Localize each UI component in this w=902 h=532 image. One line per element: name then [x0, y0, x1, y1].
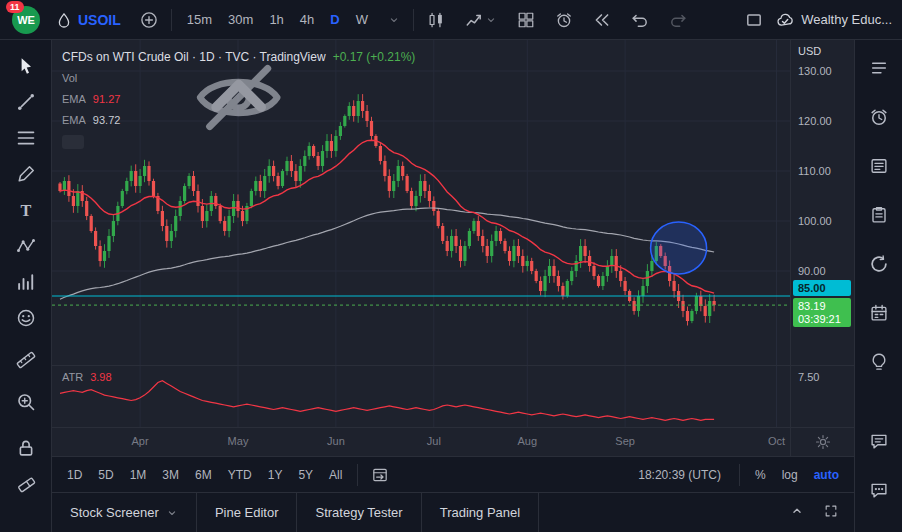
watchlist-button[interactable] [859, 52, 899, 84]
range-all[interactable]: All [322, 465, 349, 485]
measure-tool[interactable] [8, 346, 44, 374]
rewind-icon [593, 11, 611, 29]
atr-pane[interactable]: ATR 3.98 [52, 365, 790, 427]
lock-drawings-tool[interactable] [8, 434, 44, 462]
axis-settings-button[interactable] [790, 427, 854, 456]
atr-scale[interactable]: 7.50 [790, 365, 854, 427]
donut-icon [869, 254, 889, 274]
range-buttons: 1D5D1M3M6MYTD1Y5YAll [60, 465, 349, 485]
trend-line-tool[interactable] [8, 88, 44, 116]
right-sidebar [854, 40, 902, 532]
percent-scale-button[interactable]: % [748, 465, 773, 485]
line-price: 85.00 [798, 282, 826, 294]
currency-label[interactable]: USD [798, 45, 821, 57]
tab-trading-panel[interactable]: Trading Panel [422, 493, 539, 532]
chart-legend: CFDs on WTI Crude Oil · 1D · TVC · Tradi… [62, 46, 415, 149]
news-icon [869, 156, 889, 176]
indicators-button[interactable] [460, 7, 502, 33]
remove-drawings-tool[interactable] [8, 470, 44, 498]
emoji-tool[interactable] [8, 304, 44, 332]
price-pane[interactable]: CFDs on WTI Crude Oil · 1D · TVC · Tradi… [52, 40, 790, 365]
cursor-tool[interactable] [8, 52, 44, 80]
news-button[interactable] [859, 150, 899, 182]
timeframe-d[interactable]: D [323, 8, 346, 31]
panel-expand-button[interactable] [820, 500, 842, 525]
tab-strategy-tester[interactable]: Strategy Tester [297, 493, 421, 532]
expand-icon [824, 504, 838, 518]
symbol-button[interactable]: USOIL [50, 8, 127, 32]
time-axis[interactable]: AprMayJunJulAugSepOct [52, 427, 790, 456]
tab-label: Strategy Tester [315, 505, 402, 520]
undo-button[interactable] [626, 7, 654, 33]
log-scale-button[interactable]: log [775, 465, 805, 485]
save-layout-button[interactable]: Wealthy Educ... [776, 11, 892, 29]
tab-stock-screener[interactable]: Stock Screener [52, 493, 197, 532]
atr-chart[interactable] [52, 366, 790, 427]
xabcd-pattern-tool[interactable] [8, 232, 44, 260]
alerts-button[interactable] [859, 101, 899, 133]
price-tick: 90.00 [798, 264, 826, 278]
grid-icon [517, 11, 535, 29]
atr-label[interactable]: ATR [62, 371, 83, 383]
oil-drop-icon [56, 12, 72, 28]
comment-icon [869, 480, 889, 500]
chevron-down-icon [485, 14, 497, 26]
timeframe-dropdown-button[interactable] [383, 10, 405, 30]
range-3m[interactable]: 3M [155, 465, 186, 485]
fullscreen-button[interactable] [740, 7, 768, 33]
last-price: 83.19 [798, 300, 826, 313]
calendar-button[interactable] [859, 297, 899, 329]
range-5d[interactable]: 5D [91, 465, 120, 485]
compare-add-button[interactable] [135, 7, 163, 33]
text-tool[interactable]: T [8, 196, 44, 224]
clipboard-icon [869, 205, 889, 225]
tab-pine-editor[interactable]: Pine Editor [197, 493, 298, 532]
utc-clock[interactable]: 18:20:39 (UTC) [638, 468, 721, 482]
broker-logo[interactable]: WE 11 [10, 5, 42, 35]
auto-scale-button[interactable]: auto [807, 465, 846, 485]
brush-tool[interactable] [8, 160, 44, 188]
hotlists-button[interactable] [859, 248, 899, 280]
prediction-tool[interactable] [8, 268, 44, 296]
separator [357, 464, 358, 486]
top-toolbar: WE 11 USOIL 15m30m1h4hDW Wealthy Educ... [0, 0, 902, 40]
legend-collapse-button[interactable] [62, 135, 84, 149]
chart-style-button[interactable] [422, 7, 450, 33]
text-icon: T [16, 200, 36, 220]
range-1y[interactable]: 1Y [261, 465, 290, 485]
timeframe-15m[interactable]: 15m [180, 8, 219, 31]
undo-icon [631, 11, 649, 29]
chevron-down-icon [388, 14, 400, 26]
range-1m[interactable]: 1M [123, 465, 154, 485]
range-ytd[interactable]: YTD [221, 465, 259, 485]
month-tick-apr: Apr [126, 435, 154, 447]
range-1d[interactable]: 1D [60, 465, 89, 485]
go-to-date-button[interactable] [366, 462, 394, 488]
data-window-button[interactable] [859, 199, 899, 231]
support-button[interactable] [859, 474, 899, 506]
grid-layout-button[interactable] [512, 7, 540, 33]
timeframe-1h[interactable]: 1h [262, 8, 290, 31]
eraser-icon [16, 474, 36, 494]
zoom-in-tool[interactable] [8, 388, 44, 416]
timeframe-4h[interactable]: 4h [293, 8, 321, 31]
layout-name: Wealthy Educ... [801, 12, 892, 27]
timeframe-30m[interactable]: 30m [221, 8, 260, 31]
fullscreen-icon [745, 11, 763, 29]
alert-button[interactable] [550, 7, 578, 33]
chat-button[interactable] [859, 425, 899, 457]
horizontal-line-price-label: 85.00 [793, 280, 851, 296]
price-scale[interactable]: USD 85.00 83.19 03:39:21 130.00120.00110… [790, 40, 854, 365]
range-6m[interactable]: 6M [188, 465, 219, 485]
fib-retracement-tool[interactable] [8, 124, 44, 152]
cloud-check-icon [776, 11, 794, 29]
svg-text:T: T [20, 202, 31, 220]
ideas-button[interactable] [859, 346, 899, 378]
panel-tab-group: Stock ScreenerPine EditorStrategy Tester… [52, 493, 539, 532]
bar-replay-button[interactable] [588, 7, 616, 33]
range-5y[interactable]: 5Y [291, 465, 320, 485]
timeframe-w[interactable]: W [349, 8, 375, 31]
forecast-icon [16, 272, 36, 292]
panel-collapse-button[interactable] [786, 500, 808, 525]
redo-button[interactable] [664, 7, 692, 33]
